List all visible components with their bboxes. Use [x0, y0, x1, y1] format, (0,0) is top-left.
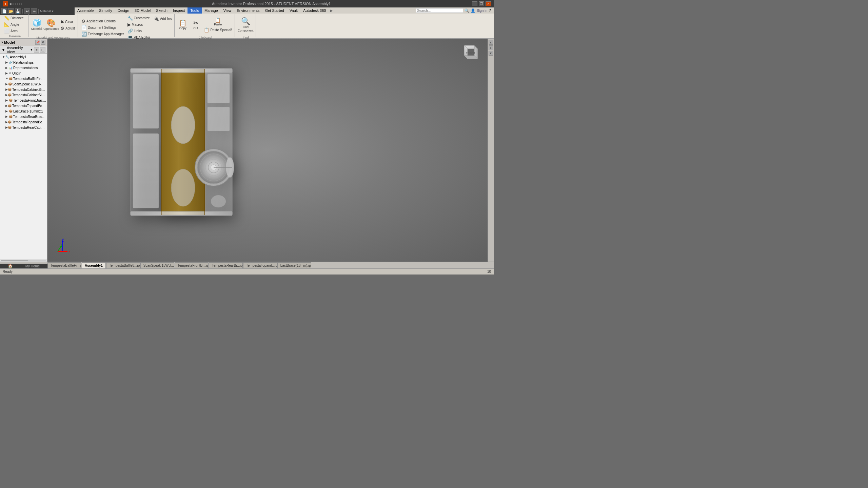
tree-item-5[interactable]: ▶ 📦 TempestaTopandBottomCabinetPart(18..… [1, 103, 46, 108]
view-cube[interactable]: FRONT [459, 42, 479, 62]
item4-expander: ▶ [5, 99, 9, 102]
tree-item-1[interactable]: ▶ 📦 ScanSpeak 18WU-4747000:1 [1, 81, 46, 87]
restore-button[interactable]: ❐ [479, 1, 484, 6]
tree-representations[interactable]: ▶ 📊 Representations [1, 65, 46, 70]
minimize-button[interactable]: ─ [472, 1, 477, 6]
representations-label: Representations [13, 66, 38, 70]
menu-manage[interactable]: Manage [202, 7, 221, 14]
appearance-button[interactable]: 🎨 Appearance [43, 15, 58, 35]
find-component-label: FindComponent [238, 26, 254, 33]
item5-label: TempestaTopandBottomCabinetPart(18... [12, 104, 46, 108]
viewport[interactable]: FRONT X Z Y [47, 39, 488, 262]
cut-button[interactable]: ✂ Cut [190, 15, 202, 35]
application-options-button[interactable]: ⚙ Application Options [80, 18, 125, 24]
status-right: 10 [487, 270, 491, 273]
tab-tempesta-front[interactable]: TempestaFrontBr...ipt [175, 262, 209, 268]
pin-button[interactable]: 📌 [35, 40, 40, 45]
assembly-view-dropdown[interactable]: Assembly View ▾ [7, 46, 33, 54]
tree-item-7[interactable]: ▶ 📦 TempestaRearBracet:1 [1, 114, 46, 119]
close-button[interactable]: ✕ [486, 1, 491, 6]
adjust-button[interactable]: ⚙ Adjust [59, 25, 76, 32]
my-home-label[interactable]: My Home [25, 264, 40, 268]
tree-item-2[interactable]: ▶ 📦 TempestaCabinetSides(18mm):3 [1, 87, 46, 92]
distance-button[interactable]: 📏 Distance [3, 15, 25, 21]
menu-autodesk360[interactable]: Autodesk 360 [300, 7, 329, 14]
main-layout: ▾ Model 📌 ✕ ▼ Assembly View ▾ ≡ ◫ ▼ [0, 39, 494, 262]
window-controls[interactable]: ─ ❐ ✕ [472, 1, 491, 6]
customize-button[interactable]: 🔧 Customize [126, 15, 152, 21]
item7-expander: ▶ [5, 115, 9, 118]
menu-assemble[interactable]: Assemble [75, 7, 96, 14]
document-settings-button[interactable]: 📄 Document Settings [80, 25, 125, 31]
tab-tempesta-baffle-fi[interactable]: TempestaBaffleFi...ipt [47, 262, 81, 268]
menu-vault[interactable]: Vault [287, 7, 300, 14]
save-button[interactable]: 💾 [15, 8, 21, 14]
area-button[interactable]: ⬜ Area [3, 28, 25, 34]
tree-root[interactable]: ▼ 🔧 Assembly1 [1, 54, 46, 60]
search-input[interactable] [416, 8, 463, 13]
clear-button[interactable]: ✖ Clear [59, 19, 76, 25]
more-tabs[interactable]: ▶ [330, 8, 333, 13]
tab-tempesta-baffle-8[interactable]: TempestaBaffle8...ipt [106, 262, 140, 268]
menu-view[interactable]: View [221, 7, 234, 14]
clipboard-group-items: 📋 Copy ✂ Cut 📋 Paste 📋 Paste Special! [177, 15, 233, 35]
redo-button[interactable]: ↪ [31, 8, 37, 14]
menu-3dmodel[interactable]: 3D Model [132, 7, 153, 14]
open-button[interactable]: 📂 [8, 8, 14, 14]
right-strip-btn-1[interactable]: ▲ [489, 40, 493, 45]
tab-lastbrace[interactable]: LastBrace(18mm).ipt [277, 262, 311, 268]
macros-button[interactable]: ▶ Macros [126, 21, 152, 27]
tree-scrollbar[interactable] [0, 259, 47, 262]
tree-item-6[interactable]: ▶ 📦 LastBrace(18mm):1 [1, 108, 46, 114]
panel-header: ▾ Model 📌 ✕ [0, 39, 47, 46]
right-strip-btn-2[interactable]: ● [489, 45, 493, 50]
tree-item-3[interactable]: ▶ 📦 TempestaCabinetSides(18mm):4 [1, 92, 46, 98]
menu-sketch[interactable]: Sketch [153, 7, 170, 14]
relationships-label: Relationships [13, 61, 34, 64]
exchange-appmanager-button[interactable]: 🔄 Exchange App Manager [80, 31, 125, 37]
angle-button[interactable]: 📐 Angle [3, 21, 25, 27]
undo-button[interactable]: ↩ [24, 8, 30, 14]
find-component-button[interactable]: 🔍 FindComponent [237, 15, 254, 35]
find-group-items: 🔍 FindComponent [237, 15, 254, 35]
copy-button[interactable]: 📋 Copy [177, 15, 189, 35]
tab-scanspeak[interactable]: ScanSpeak 18WU...ipt [140, 262, 174, 268]
axis-indicator: X Z Y [54, 238, 68, 251]
links-button[interactable]: 🔗 Links [126, 28, 152, 34]
tree-view: ▼ 🔧 Assembly1 ▶ 🔗 Relationships ▶ 📊 Repr… [0, 54, 47, 259]
tree-item-9[interactable]: ▶ 📦 TempestaRearCabinetPart(18mm):1 [1, 125, 46, 130]
home-icon[interactable]: 🏠 [8, 264, 13, 268]
panel-dropdown-icon[interactable]: ▾ [1, 40, 3, 44]
view-icon-2[interactable]: ◫ [40, 47, 45, 53]
menu-getstarted[interactable]: Get Started [262, 7, 287, 14]
tab-assembly1[interactable]: Assembly1 [82, 262, 106, 268]
paste-special-button[interactable]: 📋 Paste Special! [202, 27, 233, 33]
area-icon: ⬜ [4, 28, 9, 34]
menu-environments[interactable]: Environments [234, 7, 262, 14]
tree-item-8[interactable]: ▶ 📦 TempestaTopandBottomCabinetPart(18..… [1, 119, 46, 125]
user-icon[interactable]: 👤 [471, 8, 475, 13]
menu-tools[interactable]: Tools [188, 7, 202, 14]
tree-item-4[interactable]: ▶ 📦 TempestaFrontBrace:1 [1, 98, 46, 103]
help-icon[interactable]: ? [489, 8, 491, 13]
menu-inspect[interactable]: Inspect [170, 7, 188, 14]
panel-close-button[interactable]: ✕ [41, 40, 45, 45]
tree-item-0[interactable]: ▼ 📦 TempestaBaffleFinal:1 [1, 76, 46, 81]
view-icon-1[interactable]: ≡ [34, 47, 39, 53]
scrollbar-thumb[interactable] [1, 260, 28, 261]
menu-simplify[interactable]: Simplify [96, 7, 115, 14]
search-icon[interactable]: 🔍 [465, 8, 469, 13]
view-filter-icon[interactable]: ▼ [1, 47, 5, 52]
tree-relationships[interactable]: ▶ 🔗 Relationships [1, 60, 46, 65]
right-strip-btn-3[interactable]: ▼ [489, 51, 493, 56]
menu-design[interactable]: Design [115, 7, 132, 14]
paste-button[interactable]: 📋 Paste [202, 17, 233, 27]
tab-tempesta-rear[interactable]: TempestaRearBr...ipt [209, 262, 243, 268]
signin-button[interactable]: Sign In [477, 9, 487, 13]
new-button[interactable]: 📄 [1, 8, 7, 14]
tab-tempesta-topand[interactable]: TempestaTopand...ipt [243, 262, 277, 268]
addins-button[interactable]: 🔌 Add-Ins [152, 16, 173, 22]
tree-origin[interactable]: ▶ ⊕ Origin [1, 70, 46, 76]
material-button[interactable]: 🧊 Material [31, 15, 43, 35]
item6-expander: ▶ [5, 109, 9, 113]
